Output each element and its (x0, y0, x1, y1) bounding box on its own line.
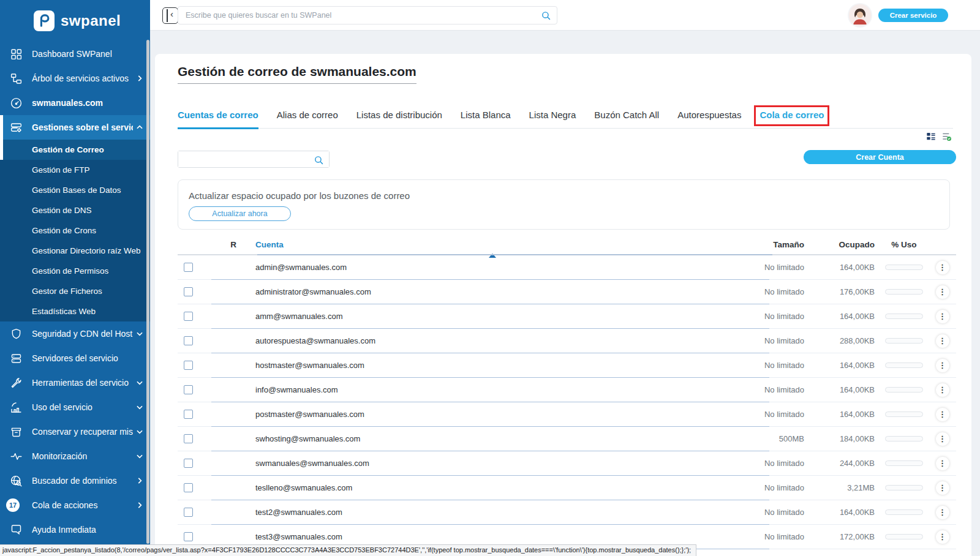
account-email[interactable]: test2@swmanuales.com (255, 508, 708, 517)
column-header-r[interactable]: R (211, 240, 255, 249)
tab-cuentas-de-correo[interactable]: Cuentas de correo (178, 110, 258, 129)
row-checkbox[interactable] (184, 361, 193, 370)
account-email[interactable]: hostmaster@swmanuales.com (255, 361, 708, 370)
row-checkbox[interactable] (184, 263, 193, 272)
row-menu-icon[interactable]: ⋮ (936, 506, 949, 519)
tab-lista-negra[interactable]: Lista Negra (529, 110, 576, 128)
actions-count-badge: 17 (6, 498, 20, 512)
account-search-input[interactable] (178, 151, 329, 167)
account-email[interactable]: swmanuales@swmanuales.com (255, 459, 708, 468)
user-avatar[interactable] (849, 4, 871, 26)
submenu-item-gestion-bbdd[interactable]: Gestión Bases de Datos (0, 180, 150, 200)
size-value: No limitado (708, 361, 809, 370)
row-menu-icon[interactable]: ⋮ (936, 530, 949, 544)
column-header-cuenta[interactable]: Cuenta (255, 240, 708, 249)
size-value: No limitado (708, 532, 809, 541)
tab-lista-blanca[interactable]: Lista Blanca (461, 110, 511, 128)
row-menu-icon[interactable]: ⋮ (936, 432, 949, 446)
accounts-table: R Cuenta Tamaño Ocupado % Uso admin@swma… (178, 235, 956, 556)
update-now-button[interactable]: Actualizar ahora (189, 206, 291, 221)
row-menu-icon[interactable]: ⋮ (936, 310, 949, 323)
column-header-ocupado[interactable]: Ocupado (809, 240, 880, 249)
row-checkbox[interactable] (184, 483, 193, 492)
search-icon[interactable] (314, 155, 324, 168)
chevron-down-icon (135, 427, 144, 436)
list-view-icon[interactable] (926, 132, 936, 144)
row-menu-icon[interactable]: ⋮ (936, 334, 949, 348)
account-email[interactable]: teslleno@swmanuales.com (255, 483, 708, 492)
column-header-tamano[interactable]: Tamaño (708, 240, 809, 249)
row-checkbox[interactable] (184, 410, 193, 419)
size-value: No limitado (708, 263, 809, 272)
submenu-item-gestion-permisos[interactable]: Gestión de Permisos (0, 261, 150, 281)
tab-cola-de-correo[interactable]: Cola de correo (760, 110, 824, 128)
account-email[interactable]: amm@swmanuales.com (255, 312, 708, 321)
row-menu-icon[interactable]: ⋮ (936, 408, 949, 421)
tab-buzon-catch-all[interactable]: Buzón Catch All (594, 110, 659, 128)
sidebar-item-ayuda-inmediata[interactable]: Ayuda Inmediata (0, 517, 150, 542)
box-icon (9, 424, 23, 439)
submenu-item-directorio-raiz[interactable]: Gestionar Directorio raíz Web (0, 241, 150, 261)
sidebar-item-herramientas[interactable]: Herramientas del servicio (0, 370, 150, 395)
account-email[interactable]: autorespuesta@swmanuales.com (255, 336, 708, 345)
used-value: 164,00KB (809, 312, 880, 321)
account-email[interactable]: test3@swmanuales.com (255, 532, 708, 541)
sidebar-item-conservar-datos[interactable]: Conservar y recuperar mis dat... (0, 419, 150, 444)
create-service-button[interactable]: Crear servicio (878, 9, 948, 22)
sidebar-scrollbar[interactable] (146, 40, 149, 544)
search-icon[interactable] (541, 10, 551, 21)
sidebar-collapse-icon[interactable] (162, 7, 178, 24)
sidebar-item-dashboard[interactable]: Dashboard SWPanel (0, 42, 150, 66)
size-value: No limitado (708, 336, 809, 345)
sidebar-item-arbol-servicios[interactable]: Árbol de servicios activos (0, 66, 150, 91)
sidebar-item-cola-acciones[interactable]: 17 Cola de acciones (0, 493, 150, 517)
global-search-input[interactable] (178, 6, 557, 24)
row-menu-icon[interactable]: ⋮ (936, 481, 949, 495)
account-email[interactable]: administrator@swmanuales.com (255, 287, 708, 296)
row-checkbox[interactable] (184, 312, 193, 321)
sidebar-item-monitorizacion[interactable]: Monitorización (0, 444, 150, 468)
row-menu-icon[interactable]: ⋮ (936, 457, 949, 470)
tab-alias-de-correo[interactable]: Alias de correo (277, 110, 338, 128)
row-menu-icon[interactable]: ⋮ (936, 383, 949, 397)
chevron-down-icon (135, 452, 144, 460)
submenu-item-gestion-crons[interactable]: Gestión de Crons (0, 220, 150, 241)
tab-listas-distribucion[interactable]: Listas de distribución (356, 110, 442, 128)
submenu-item-gestion-correo[interactable]: Gestión de Correo (0, 140, 150, 160)
server-gear-icon (9, 120, 23, 135)
swpanel-logo[interactable]: swpanel (0, 0, 150, 34)
row-menu-icon[interactable]: ⋮ (936, 359, 949, 372)
row-checkbox[interactable] (184, 532, 193, 541)
table-row: postmaster@swmanuales.com No limitado 16… (178, 402, 956, 427)
submenu-item-estadisticas-web[interactable]: Estadísticas Web (0, 301, 150, 321)
table-row: swhosting@swmanuales.com 500MB 184,00KB … (178, 427, 956, 451)
row-checkbox[interactable] (184, 434, 193, 443)
list-check-view-icon[interactable] (942, 132, 952, 144)
sidebar-item-buscador-dominios[interactable]: Buscador de dominios (0, 468, 150, 493)
row-menu-icon[interactable]: ⋮ (936, 285, 949, 299)
column-header-uso[interactable]: % Uso (880, 240, 929, 249)
row-checkbox[interactable] (184, 336, 193, 345)
sidebar-item-servidores[interactable]: Servidores del servicio (0, 346, 150, 370)
submenu-item-gestion-dns[interactable]: Gestión de DNS (0, 200, 150, 220)
submenu-item-gestor-ficheros[interactable]: Gestor de Ficheros (0, 281, 150, 301)
row-menu-icon[interactable]: ⋮ (936, 261, 949, 274)
sidebar-item-swmanuales[interactable]: swmanuales.com (0, 91, 150, 115)
create-account-button[interactable]: Crear Cuenta (804, 150, 956, 164)
account-email[interactable]: postmaster@swmanuales.com (255, 410, 708, 419)
tab-autorespuestas[interactable]: Autorespuestas (677, 110, 741, 128)
sidebar-item-uso-servicio[interactable]: Uso del servicio (0, 395, 150, 419)
row-checkbox[interactable] (184, 508, 193, 517)
submenu-item-gestion-ftp[interactable]: Gestión de FTP (0, 160, 150, 180)
table-row: amm@swmanuales.com No limitado 164,00KB … (178, 304, 956, 329)
row-checkbox[interactable] (184, 287, 193, 296)
account-email[interactable]: info@swmanuales.com (255, 385, 708, 394)
account-email[interactable]: admin@swmanuales.com (255, 263, 708, 272)
usage-progress-bar (885, 265, 923, 270)
sidebar-item-seguridad-cdn[interactable]: Seguridad y CDN del Hosting (0, 321, 150, 346)
chevron-down-icon (135, 329, 144, 338)
row-checkbox[interactable] (184, 385, 193, 394)
row-checkbox[interactable] (184, 459, 193, 468)
sidebar-item-gestiones-servicio[interactable]: Gestiones sobre el servicio (0, 115, 150, 140)
account-email[interactable]: swhosting@swmanuales.com (255, 434, 708, 443)
